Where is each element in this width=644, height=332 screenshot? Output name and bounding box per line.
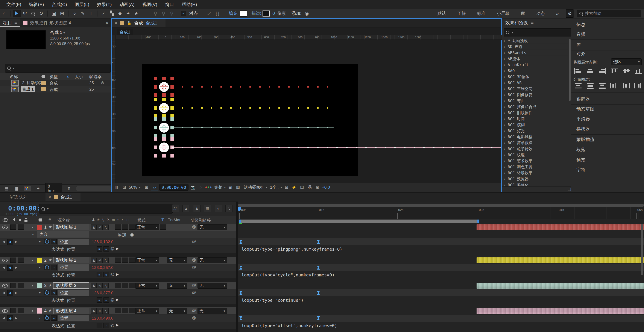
parent-pickwhip-icon[interactable]: @ (192, 308, 196, 313)
contents-label[interactable]: 内容 (37, 231, 89, 238)
distribute-dr-button[interactable] (634, 82, 642, 89)
layer-switch-0[interactable]: ♟ (91, 258, 96, 263)
menu-item-1[interactable]: 编辑(E) (26, 2, 48, 8)
effects-category[interactable]: ›BCC 3D物体 (502, 74, 568, 80)
parent-dropdown[interactable]: 无▾ (198, 257, 227, 263)
effects-category[interactable]: ›BCC 弯曲 (502, 98, 568, 104)
effects-category[interactable]: ›* 动画预设 (502, 38, 568, 44)
workspace-4[interactable]: 库 (521, 10, 525, 16)
layer-switch-0[interactable]: ♟ (91, 308, 96, 314)
position-value[interactable]: 128.0,257.0 (92, 265, 113, 270)
transparency-grid-icon[interactable]: ▦ (235, 184, 241, 190)
effects-category[interactable]: ›BCC 风格化 (502, 182, 568, 186)
eraser-tool-icon[interactable]: ◆ (116, 10, 124, 18)
graph-icon[interactable]: ≈ (51, 239, 57, 244)
effects-category[interactable]: ›BCC 旧版插件 (502, 110, 568, 116)
prev-keyframe-icon[interactable]: ◀ (2, 266, 5, 269)
pickwhip-icon[interactable]: @ (192, 265, 196, 270)
blend-mode-dropdown[interactable]: 正常▾ (135, 283, 159, 289)
parent-link-column[interactable]: 父级和链接 (190, 218, 211, 223)
primary-viewer-icon[interactable]: ⊡ (121, 184, 128, 190)
panel-menu-icon[interactable]: ≡ (75, 194, 78, 200)
pickwhip-icon[interactable]: @ (192, 290, 196, 295)
motion-blur-icon[interactable]: ◐ (215, 205, 222, 212)
next-keyframe-icon[interactable]: ▶ (15, 240, 18, 243)
expression-text[interactable]: loopOut(type="offset",numkeyframes=0) (242, 323, 337, 328)
pen-tool-icon[interactable]: ✎ (79, 10, 87, 18)
project-search[interactable]: ▾ (5, 64, 110, 72)
position-label[interactable]: 位置 (58, 315, 89, 321)
position-value[interactable]: 128.0,490.0 (92, 316, 113, 321)
selection-handle[interactable] (154, 106, 157, 110)
layer-switch-box[interactable] (122, 258, 128, 263)
exposure-value[interactable]: +0.0 (322, 185, 330, 190)
position-label[interactable]: 位置 (58, 239, 89, 245)
column-header-1[interactable]: 类型 (50, 74, 58, 80)
expression-row[interactable]: 表达式: 位置=≈@▶ (0, 271, 236, 278)
camera-tool-icon[interactable]: ▣ (50, 10, 58, 18)
trkmat-dropdown[interactable]: 无▾ (167, 283, 187, 289)
expression-graph-icon[interactable]: ≈ (104, 272, 109, 277)
hand-tool-icon[interactable]: Ψ (21, 10, 29, 18)
pickwhip-icon[interactable]: @ (192, 239, 196, 244)
expression-language-icon[interactable]: ▶ (116, 272, 119, 277)
region-of-interest-icon[interactable]: ▣ (227, 184, 233, 190)
layer-switch-2[interactable]: ╲ (103, 258, 108, 263)
layer-duration-bar[interactable] (476, 224, 644, 230)
expression-row[interactable]: 表达式: 位置=≈@▶ (0, 296, 236, 304)
help-search[interactable]: 搜索帮助 (577, 10, 641, 18)
sidebar-panel-b0[interactable]: 跟踪器 (576, 96, 590, 102)
stopwatch-icon[interactable] (44, 290, 50, 295)
prev-keyframe-icon[interactable]: ◀ (2, 240, 5, 243)
view-layout-dropdown[interactable]: 1个..▾ (270, 184, 282, 190)
fast-previews-icon[interactable]: ⚡ (291, 184, 298, 190)
selection-handle[interactable] (154, 137, 157, 141)
layer-duration-bar[interactable] (476, 283, 644, 289)
keyframe-icon[interactable] (239, 291, 242, 295)
playhead-line[interactable] (239, 207, 239, 332)
timeline-v-scrollbar[interactable] (641, 224, 643, 275)
row-label-chip[interactable] (41, 81, 46, 85)
effects-category[interactable]: ›BCC VR (502, 80, 568, 86)
solo-column-icon[interactable] (19, 219, 21, 221)
effects-category[interactable]: ›BAO (502, 68, 568, 74)
expression-pickwhip-icon[interactable]: @ (110, 246, 114, 251)
t-column[interactable]: T (162, 218, 164, 222)
audio-column-icon[interactable] (11, 218, 15, 222)
layer-switch-2[interactable]: ╲ (103, 224, 108, 230)
selection-handle[interactable] (154, 76, 157, 80)
sidebar-panel-b2[interactable]: 平滑器 (576, 116, 590, 122)
expression-graph-icon[interactable]: ≈ (104, 298, 109, 302)
distribute-dvc-button[interactable] (586, 82, 594, 89)
comp-title[interactable]: 合成 1 ▾ (50, 30, 65, 36)
align-cv-button[interactable] (586, 68, 594, 74)
align-l-button[interactable] (574, 68, 582, 74)
comp-breadcrumb[interactable]: 合成1 (117, 28, 133, 36)
align-b-button[interactable] (634, 68, 642, 74)
solo-toggle[interactable] (18, 308, 24, 313)
clone-stamp-tool-icon[interactable]: ▚ (108, 10, 116, 18)
workspace-1[interactable]: 了解 (457, 10, 466, 16)
expression-pickwhip-icon[interactable]: @ (110, 272, 114, 277)
selection-tool-icon[interactable] (13, 10, 20, 18)
effects-category[interactable]: ›BCC 时间 (502, 116, 568, 122)
selection-handle[interactable] (170, 98, 174, 101)
stroke-width-value[interactable]: 0 (272, 11, 275, 16)
layer-row[interactable]: ▾1★形状图层 1♟✳╲正常▾@无▾ (0, 224, 236, 231)
solo-toggle[interactable] (18, 224, 24, 230)
align-cm-button[interactable] (622, 68, 630, 74)
layer-switch-1[interactable]: ✳ (97, 283, 102, 288)
close-icon[interactable]: × (48, 194, 51, 200)
position-label[interactable]: 位置 (58, 290, 89, 296)
graph-icon[interactable]: ≈ (51, 265, 57, 270)
layer-switch-box[interactable] (115, 308, 121, 313)
puppet-pin-tool-icon[interactable]: ★ (132, 10, 140, 18)
effects-category[interactable]: ›BCC 转场效果 (502, 170, 568, 176)
effects-category[interactable]: ›BCC 图像修复 (502, 92, 568, 98)
shape-tool-icon[interactable]: ○ (71, 10, 78, 18)
effects-category[interactable]: ›BCC 模糊 (502, 122, 568, 128)
layer-color-swatch[interactable] (37, 258, 42, 263)
menu-item-3[interactable]: 图层(L) (71, 2, 93, 8)
expression-enable-icon[interactable]: = (96, 272, 102, 277)
distribute-dhc-button[interactable] (622, 82, 630, 89)
